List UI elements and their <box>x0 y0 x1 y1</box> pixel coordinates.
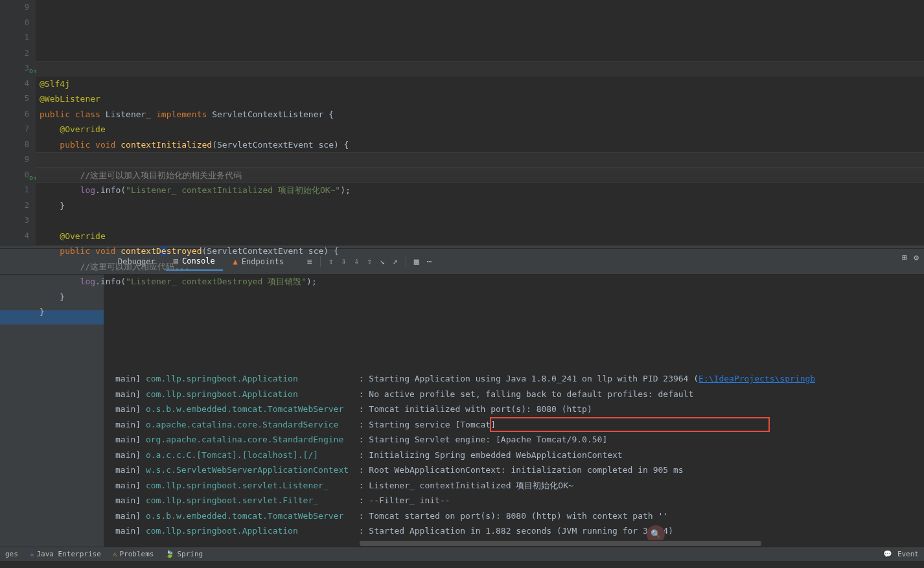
console-line: main] o.a.c.c.C.[Tomcat].[localhost].[/]… <box>115 448 924 463</box>
console-line: main] com.llp.springboot.Application : S… <box>115 371 924 387</box>
status-spring[interactable]: 🍃 Spring <box>165 550 203 558</box>
status-bar: ges ☕ Java Enterprise ⚠ Problems 🍃 Sprin… <box>0 547 924 561</box>
console-line: main] o.s.b.w.embedded.tomcat.TomcatWebS… <box>115 402 924 417</box>
scrollbar-thumb[interactable] <box>360 541 761 546</box>
horizontal-scrollbar[interactable] <box>207 540 924 547</box>
console-line: main] w.s.c.ServletWebServerApplicationC… <box>115 462 924 478</box>
status-problems[interactable]: ⚠ Problems <box>113 550 154 558</box>
gutter: 9012345678901234 o↑ o↑ <box>0 0 36 245</box>
console-line: main] o.s.b.w.embedded.tomcat.TomcatWebS… <box>115 508 924 524</box>
event-log-icon[interactable]: 💬 <box>883 550 892 558</box>
status-messages[interactable]: ges <box>5 550 18 558</box>
java-icon: ☕ <box>30 550 34 558</box>
event-log-label[interactable]: Event <box>897 550 919 558</box>
console-line: main] com.llp.springboot.servlet.Filter_… <box>115 493 924 508</box>
spring-icon: 🍃 <box>165 550 174 558</box>
console-line: main] com.llp.springboot.Application : S… <box>115 523 924 539</box>
code-area[interactable]: @Slf4j@WebListenerpublic class Listener_… <box>36 0 924 245</box>
status-right: 💬 Event <box>883 550 919 558</box>
current-line-highlight <box>36 61 924 76</box>
console-line: main] org.apache.catalina.core.StandardE… <box>115 432 924 448</box>
console-line: main] com.llp.springboot.servlet.Listene… <box>115 478 924 494</box>
warning-icon: ⚠ <box>113 550 117 558</box>
code-editor[interactable]: 9012345678901234 o↑ o↑ @Slf4j@WebListene… <box>0 0 924 245</box>
status-java-enterprise[interactable]: ☕ Java Enterprise <box>30 550 101 558</box>
file-link[interactable]: E:\IdeaProjects\springb <box>699 374 815 383</box>
highlight-annotation <box>490 417 770 432</box>
console-line: main] com.llp.springboot.Application : N… <box>115 387 924 402</box>
